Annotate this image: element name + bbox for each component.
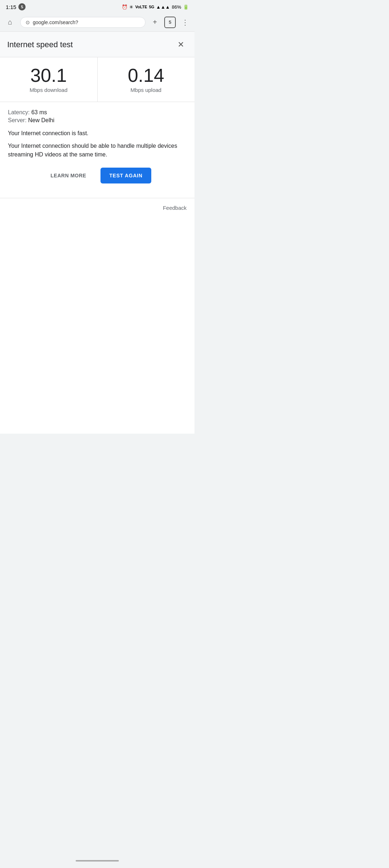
battery-percent: 86% — [172, 4, 181, 10]
speed-results: 30.1 Mbps download 0.14 Mbps upload — [0, 57, 194, 102]
connection-fast-text: Your Internet connection is fast. — [8, 130, 187, 137]
url-text: google.com/search? — [33, 19, 78, 25]
widget-title: Internet speed test — [7, 40, 73, 49]
tab-count: 5 — [169, 19, 171, 25]
connection-description: Your Internet connection is fast. Your I… — [8, 130, 187, 159]
site-identity-icon: ⊙ — [26, 19, 30, 25]
feedback-section: Feedback — [0, 198, 194, 217]
status-left: 1:15 5 — [6, 3, 26, 10]
signal-icon: ▲▲▲ — [156, 4, 170, 10]
latency-label: Latency: — [8, 109, 30, 115]
alarm-icon: ⏰ — [122, 4, 128, 10]
connection-detail-text: Your Internet connection should be able … — [8, 142, 187, 159]
latency-value: 63 ms — [31, 109, 47, 115]
action-buttons: LEARN MORE TEST AGAIN — [8, 168, 187, 191]
upload-result: 0.14 Mbps upload — [98, 57, 195, 102]
speed-test-widget: Internet speed test ✕ 30.1 Mbps download… — [0, 32, 194, 217]
status-time: 1:15 — [6, 4, 16, 10]
download-result: 30.1 Mbps download — [0, 57, 98, 102]
notification-badge: 5 — [18, 3, 26, 10]
feedback-button[interactable]: Feedback — [163, 205, 187, 211]
server-label: Server: — [8, 117, 27, 123]
browser-bar: ⌂ ⊙ google.com/search? + 5 ⋮ — [0, 13, 194, 32]
url-bar[interactable]: ⊙ google.com/search? — [20, 17, 146, 28]
upload-label: Mbps upload — [105, 87, 188, 93]
more-icon: ⋮ — [182, 18, 189, 27]
learn-more-button[interactable]: LEARN MORE — [43, 168, 93, 183]
upload-value: 0.14 — [105, 66, 188, 85]
status-bar: 1:15 5 ⏰ ✳ VoLTE 5G ▲▲▲ 86% 🔋 — [0, 0, 194, 13]
download-label: Mbps download — [7, 87, 90, 93]
latency-line: Latency: 63 ms — [8, 109, 187, 116]
home-button[interactable]: ⌂ — [4, 16, 17, 29]
add-tab-icon: + — [153, 18, 157, 26]
bluetooth-icon: ✳ — [129, 4, 133, 10]
latency-server-info: Latency: 63 ms Server: New Delhi — [8, 109, 187, 124]
close-icon: ✕ — [178, 40, 184, 49]
close-widget-button[interactable]: ✕ — [174, 38, 187, 51]
download-value: 30.1 — [7, 66, 90, 85]
volte-icon: VoLTE — [135, 5, 147, 9]
server-line: Server: New Delhi — [8, 117, 187, 124]
add-tab-button[interactable]: + — [149, 17, 161, 28]
home-icon: ⌂ — [8, 18, 12, 26]
widget-header: Internet speed test ✕ — [0, 32, 194, 57]
details-section: Latency: 63 ms Server: New Delhi Your In… — [0, 102, 194, 198]
battery-icon: 🔋 — [183, 4, 189, 10]
empty-area — [0, 217, 194, 434]
test-again-button[interactable]: TEST AGAIN — [100, 168, 151, 183]
tab-switcher-button[interactable]: 5 — [164, 17, 176, 28]
status-right: ⏰ ✳ VoLTE 5G ▲▲▲ 86% 🔋 — [122, 4, 189, 10]
5g-icon: 5G — [149, 5, 155, 9]
server-value: New Delhi — [28, 117, 54, 123]
more-options-button[interactable]: ⋮ — [179, 17, 191, 28]
